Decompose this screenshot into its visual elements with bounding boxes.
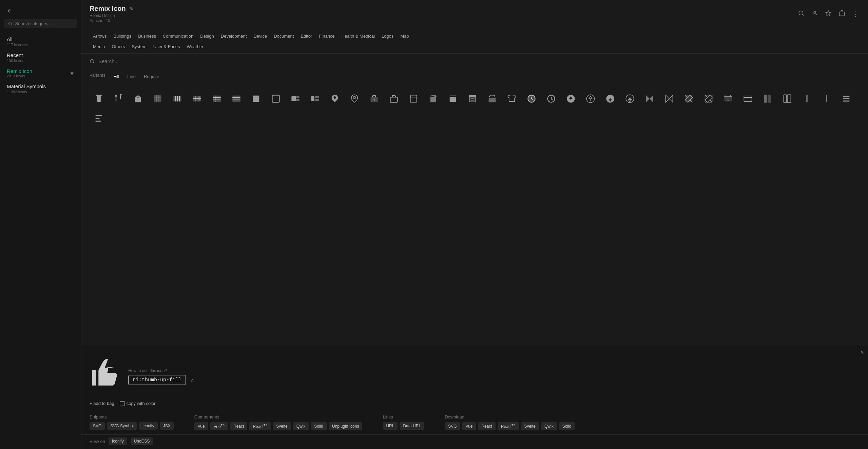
dl-svelte[interactable]: Svelte [521,422,539,430]
cat-business[interactable]: Business [135,32,159,40]
comp-vue[interactable]: Vue [194,422,208,430]
copy-with-color-button[interactable]: copy with color [120,401,156,406]
icon-cell[interactable] [188,90,206,108]
icon-cell[interactable] [483,90,501,108]
cat-weather[interactable]: Weather [184,43,207,51]
add-to-bag-button[interactable]: + add to bag [90,401,114,406]
icon-cell[interactable] [463,90,482,108]
comp-svelte[interactable]: Svelte [273,422,291,430]
dl-qwik[interactable]: Qwik [541,422,557,430]
cat-others[interactable]: Others [108,43,128,51]
variant-fill[interactable]: Fill [111,73,122,80]
icon-cell[interactable] [778,90,796,108]
icon-cell[interactable] [208,90,226,108]
sidebar-search[interactable] [4,19,77,28]
cat-logos[interactable]: Logos [378,32,397,40]
icon-cell[interactable] [424,90,442,108]
cat-communication[interactable]: Communication [159,32,197,40]
cat-arrows[interactable]: Arrows [90,32,110,40]
icon-cell[interactable] [660,90,678,108]
back-button[interactable] [0,5,81,16]
bag-button[interactable] [837,9,846,19]
dl-vue[interactable]: Vue [462,422,476,430]
icon-cell[interactable] [404,90,423,108]
cat-design[interactable]: Design [197,32,217,40]
icon-cell[interactable] [837,90,855,108]
dl-solid[interactable]: Solid [559,422,575,430]
icon-cell[interactable] [90,90,108,108]
cat-device[interactable]: Device [250,32,270,40]
cat-user-faces[interactable]: User & Faces [150,43,184,51]
icon-cell[interactable] [640,90,659,108]
cat-health-medical[interactable]: Health & Medical [338,32,378,40]
comp-unplugin[interactable]: Unplugin Icons [329,422,362,430]
cat-document[interactable]: Document [270,32,297,40]
icon-cell[interactable] [562,90,580,108]
icon-cell[interactable] [286,90,305,108]
icon-cell[interactable] [247,90,265,108]
icon-cell[interactable] [306,90,324,108]
cat-buildings[interactable]: Buildings [110,32,135,40]
icon-cell[interactable] [168,90,187,108]
cat-development[interactable]: Development [217,32,250,40]
view-on-iconify[interactable]: Iconify [109,437,127,445]
link-data-url[interactable]: Data URL [400,422,424,430]
snippet-svg-symbol[interactable]: SVG Symbol [107,422,137,430]
sidebar-item-recent[interactable]: Recent 100 icons [0,50,81,65]
icon-cell[interactable] [129,90,147,108]
comp-vue-ts[interactable]: VueTS [210,422,228,430]
snippet-iconify[interactable]: Iconify [139,422,158,430]
icon-cell[interactable] [267,90,285,108]
icon-cell[interactable] [503,90,521,108]
comp-react-ts[interactable]: ReactTS [249,422,271,430]
sidebar-item-all[interactable]: All 117 iconsets [0,34,81,50]
dl-svg[interactable]: SVG [445,422,460,430]
icon-cell[interactable] [758,90,777,108]
search-category-input[interactable] [15,21,73,26]
dl-react-ts[interactable]: ReactTS [498,422,519,430]
icon-cell[interactable] [680,90,698,108]
comp-react[interactable]: React [230,422,247,430]
sidebar-item-remix-icon[interactable]: Remix Icon 2013 icons ★ [0,65,81,81]
user-icon-button[interactable] [810,9,819,19]
icon-cell[interactable] [149,90,167,108]
more-button[interactable]: ⋮ [851,9,860,19]
cat-map[interactable]: Map [397,32,412,40]
icon-cell[interactable] [522,90,541,108]
comp-solid[interactable]: Solid [311,422,327,430]
comp-qwik[interactable]: Qwik [293,422,309,430]
icon-code-box[interactable]: ri:thumb-up-fill [128,375,186,385]
icon-cell[interactable] [798,90,816,108]
sidebar-item-material-symbols[interactable]: Material Symbols 11393 icons [0,81,81,97]
icon-cell[interactable] [326,90,344,108]
variant-regular[interactable]: Regular [141,73,162,80]
cat-media[interactable]: Media [90,43,108,51]
icon-cell[interactable] [109,90,128,108]
icon-cell[interactable] [227,90,246,108]
star-button[interactable] [824,9,833,19]
icon-cell[interactable] [365,90,383,108]
edit-icon[interactable]: ✎ [129,6,133,12]
cat-finance[interactable]: Finance [315,32,338,40]
cat-system[interactable]: System [128,43,150,51]
view-on-unocss[interactable]: UnoCSS [131,437,153,445]
snippet-jsx[interactable]: JSX [160,422,174,430]
cat-editor[interactable]: Editor [297,32,315,40]
icon-cell[interactable] [385,90,403,108]
link-url[interactable]: URL [383,422,398,430]
icon-cell[interactable]: ▶ [719,90,737,108]
icon-cell[interactable] [699,90,718,108]
icon-search-input[interactable] [98,58,860,64]
icon-cell[interactable] [444,90,462,108]
variant-line[interactable]: Line [124,73,138,80]
close-panel-button[interactable]: × [860,349,864,356]
icon-cell[interactable] [345,90,364,108]
icon-cell[interactable] [601,90,619,108]
snippet-svg[interactable]: SVG [90,422,105,430]
icon-cell[interactable] [581,90,600,108]
icon-cell[interactable] [817,90,836,108]
icon-cell[interactable] [542,90,560,108]
dl-react[interactable]: React [478,422,495,430]
collapse-button[interactable]: ∧ [189,376,196,383]
search-button[interactable] [797,9,806,19]
